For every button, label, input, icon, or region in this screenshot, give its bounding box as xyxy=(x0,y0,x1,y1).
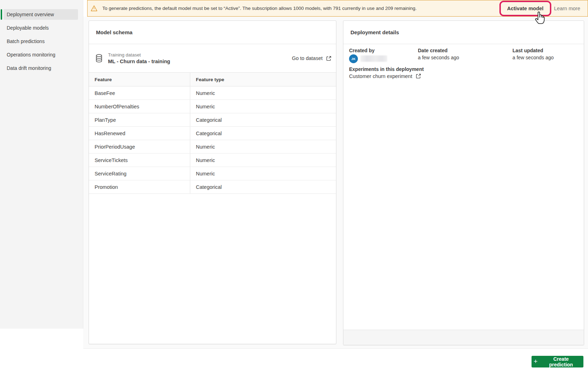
warning-banner: To generate predictions, the default mod… xyxy=(87,0,588,17)
feature-cell: NumberOfPenalties xyxy=(89,100,190,113)
feature-cell: ServiceTickets xyxy=(89,154,190,167)
feature-type-cell: Categorical xyxy=(190,113,336,126)
last-updated-value: a few seconds ago xyxy=(512,55,554,60)
app-window: Deployment overview Deployable models Ba… xyxy=(0,0,588,371)
column-header-feature-type: Feature type xyxy=(190,73,336,86)
sidebar-item-label: Deployment overview xyxy=(7,12,54,17)
training-dataset-row: Training dataset ML - Churn data - train… xyxy=(89,44,336,72)
created-by-label: Created by xyxy=(349,48,374,53)
sidebar-item-label: Deployable models xyxy=(7,25,49,31)
database-icon xyxy=(95,54,103,63)
table-row: NumberOfPenalties Numeric xyxy=(89,100,336,113)
plus-icon: + xyxy=(534,358,538,365)
table-row: Promotion Categorical xyxy=(89,180,336,194)
sidebar-item-operations-monitoring[interactable]: Operations monitoring xyxy=(4,49,78,60)
sidebar-item-deployable-models[interactable]: Deployable models xyxy=(4,23,78,33)
create-prediction-label: Create prediction xyxy=(541,356,581,367)
dataset-text: Training dataset ML - Churn data - train… xyxy=(108,52,170,65)
warning-message: To generate predictions, the default mod… xyxy=(102,6,417,11)
warning-icon xyxy=(90,5,98,12)
active-indicator xyxy=(1,9,2,20)
sidebar-item-label: Operations monitoring xyxy=(7,52,55,58)
deployment-details-title: Deployment details xyxy=(343,21,584,44)
experiment-link[interactable]: Customer churn experiment xyxy=(349,73,421,79)
experiments-label: Experiments in this deployment xyxy=(349,66,424,72)
sidebar-item-batch-predictions[interactable]: Batch predictions xyxy=(4,36,78,47)
feature-type-cell: Numeric xyxy=(190,154,336,167)
learn-more-link[interactable]: Learn more xyxy=(554,6,580,11)
date-created-label: Date created xyxy=(418,48,448,53)
external-link-icon xyxy=(415,73,421,79)
feature-cell: ServiceRating xyxy=(89,167,190,180)
feature-cell: BaseFee xyxy=(89,86,190,100)
feature-type-cell: Numeric xyxy=(190,86,336,100)
date-created-value: a few seconds ago xyxy=(418,55,459,60)
cursor-icon xyxy=(533,11,546,26)
deployment-details-card: Deployment details Created by JK Date cr… xyxy=(343,20,584,345)
schema-table-header: Feature Feature type xyxy=(89,72,336,86)
model-schema-title: Model schema xyxy=(89,21,336,44)
table-row: BaseFee Numeric xyxy=(89,86,336,100)
feature-type-cell: Categorical xyxy=(190,127,336,140)
feature-cell: Promotion xyxy=(89,180,190,193)
sidebar-item-data-drift-monitoring[interactable]: Data drift monitoring xyxy=(4,63,78,73)
feature-type-cell: Categorical xyxy=(190,180,336,193)
model-schema-card: Model schema Training dataset ML - Churn… xyxy=(89,20,336,344)
main-content: Model schema Training dataset ML - Churn… xyxy=(83,17,588,349)
sidebar-item-deployment-overview[interactable]: Deployment overview xyxy=(4,9,78,20)
sidebar-item-label: Data drift monitoring xyxy=(7,65,51,71)
go-to-dataset-link[interactable]: Go to dataset xyxy=(292,55,332,61)
table-row: ServiceTickets Numeric xyxy=(89,154,336,167)
training-dataset-label: Training dataset xyxy=(108,52,170,58)
go-to-dataset-label: Go to dataset xyxy=(292,55,323,61)
sidebar-item-label: Batch predictions xyxy=(7,38,44,44)
table-row: HasRenewed Categorical xyxy=(89,127,336,140)
created-by-name-redacted xyxy=(360,55,387,62)
create-prediction-button[interactable]: + Create prediction xyxy=(532,356,583,367)
training-dataset-name: ML - Churn data - training xyxy=(108,58,170,65)
table-row: ServiceRating Numeric xyxy=(89,167,336,180)
details-card-footer xyxy=(343,330,584,345)
column-header-feature: Feature xyxy=(89,73,190,86)
table-row: PlanType Categorical xyxy=(89,113,336,127)
feature-type-cell: Numeric xyxy=(190,100,336,113)
avatar: JK xyxy=(349,54,358,63)
table-row: PriorPeriodUsage Numeric xyxy=(89,140,336,154)
sidebar: Deployment overview Deployable models Ba… xyxy=(0,0,83,329)
feature-type-cell: Numeric xyxy=(190,140,336,153)
feature-cell: PriorPeriodUsage xyxy=(89,140,190,153)
feature-cell: PlanType xyxy=(89,113,190,126)
feature-type-cell: Numeric xyxy=(190,167,336,180)
banner-actions: Activate model Learn more xyxy=(507,5,588,12)
experiment-link-label: Customer churn experiment xyxy=(349,73,412,79)
feature-cell: HasRenewed xyxy=(89,127,190,140)
last-updated-label: Last updated xyxy=(512,48,543,53)
external-link-icon xyxy=(326,55,332,61)
